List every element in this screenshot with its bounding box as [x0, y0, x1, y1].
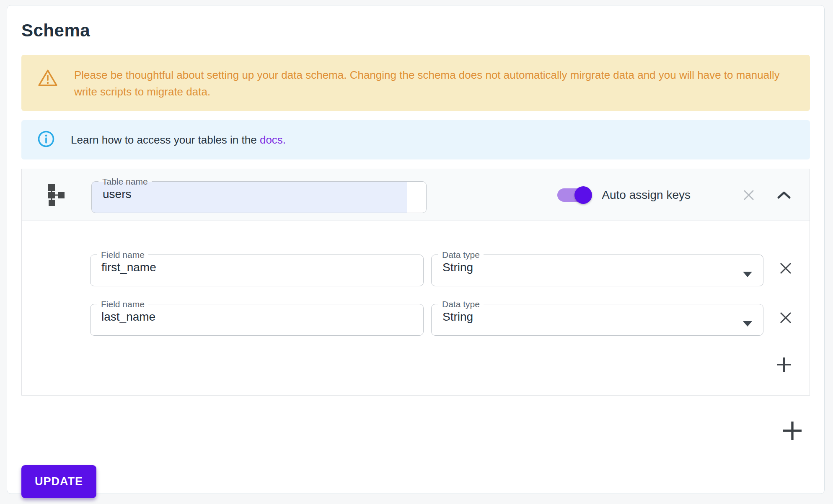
- table-fields-section: Field name Data type String: [22, 221, 810, 395]
- add-table-button[interactable]: [781, 419, 804, 442]
- collapse-table-button[interactable]: [776, 190, 792, 201]
- table-schema-card: Table name Auto assign keys: [21, 169, 810, 396]
- field-name-label: Field name: [97, 250, 148, 259]
- data-type-value: String: [432, 259, 763, 278]
- delete-field-button[interactable]: [778, 310, 794, 326]
- docs-link[interactable]: docs.: [260, 134, 286, 146]
- schema-page-card: Schema Please be thoughtful about settin…: [7, 5, 825, 494]
- field-name-label: Field name: [97, 300, 148, 309]
- page-title: Schema: [21, 21, 810, 41]
- add-field-row: [22, 356, 810, 373]
- info-banner-text: Learn how to access your tables in the d…: [71, 131, 286, 148]
- table-name-field[interactable]: Table name: [91, 177, 427, 213]
- add-field-button[interactable]: [775, 356, 793, 373]
- auto-assign-keys-label: Auto assign keys: [602, 188, 691, 202]
- data-type-label: Data type: [438, 250, 484, 259]
- update-button[interactable]: UPDATE: [21, 465, 96, 498]
- info-icon: [37, 130, 55, 149]
- field-name-field[interactable]: Field name: [90, 250, 424, 286]
- warning-banner-text: Please be thoughtful about setting up yo…: [74, 66, 786, 100]
- data-type-value: String: [432, 309, 763, 328]
- table-name-input[interactable]: [92, 186, 426, 205]
- auto-assign-keys-group: Auto assign keys: [557, 188, 691, 202]
- auto-assign-keys-toggle[interactable]: [557, 188, 591, 202]
- field-name-input[interactable]: [91, 309, 423, 328]
- info-banner: Learn how to access your tables in the d…: [21, 120, 810, 159]
- data-type-select[interactable]: Data type String: [431, 250, 763, 286]
- data-type-select[interactable]: Data type String: [431, 300, 763, 336]
- dropdown-arrow-icon: [743, 321, 752, 327]
- table-card-header: Table name Auto assign keys: [22, 169, 810, 221]
- table-name-label: Table name: [98, 177, 152, 186]
- field-name-input[interactable]: [91, 259, 423, 278]
- warning-triangle-icon: [37, 67, 58, 90]
- data-type-label: Data type: [438, 300, 484, 309]
- toggle-knob: [574, 186, 592, 204]
- field-row: Field name Data type String: [90, 250, 794, 286]
- delete-field-button[interactable]: [778, 260, 794, 276]
- table-schema-icon: [45, 184, 65, 206]
- dropdown-arrow-icon: [743, 272, 752, 277]
- remove-table-button[interactable]: [742, 188, 756, 202]
- info-banner-message: Learn how to access your tables in the: [71, 134, 257, 146]
- add-table-row: [21, 419, 810, 442]
- field-row: Field name Data type String: [90, 300, 794, 336]
- warning-banner: Please be thoughtful about setting up yo…: [21, 55, 810, 111]
- field-name-field[interactable]: Field name: [90, 300, 424, 336]
